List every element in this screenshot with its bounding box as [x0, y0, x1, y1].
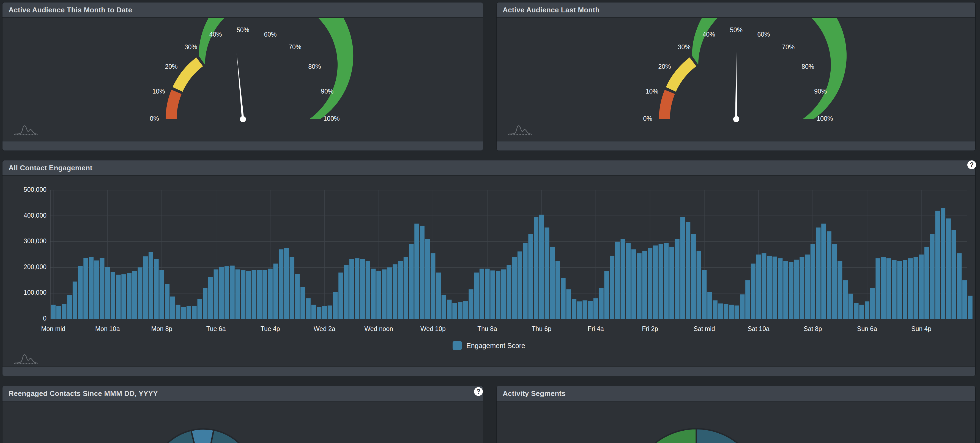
bar — [138, 268, 143, 319]
bar — [116, 275, 121, 319]
chart-legend: Engagement Score — [3, 341, 975, 350]
panel-footer — [3, 367, 975, 376]
bar-chart-area: 500,000400,000300,000200,000100,0000Mon … — [3, 176, 975, 367]
panel-header: Active Audience Last Month — [496, 3, 975, 18]
bar — [680, 217, 685, 319]
x-tick-label: Mon 10a — [95, 325, 120, 332]
bar — [632, 249, 636, 319]
bar — [333, 292, 337, 319]
bar — [252, 270, 256, 319]
bar — [577, 301, 582, 319]
bar — [702, 270, 706, 319]
bar — [458, 302, 463, 319]
bar — [176, 305, 180, 319]
gauge-chart-area: 0%10%20%30%40%50%60%70%80%90%100% — [496, 18, 975, 142]
help-icon[interactable]: ? — [967, 160, 976, 169]
bar — [387, 268, 392, 319]
bar — [105, 267, 110, 319]
x-tick-label: Fri 2p — [642, 325, 658, 332]
bar — [496, 271, 500, 319]
bar — [219, 267, 224, 319]
bar — [886, 258, 891, 319]
gauge-tick-label: 100% — [323, 115, 340, 122]
bar — [648, 248, 652, 319]
bar — [686, 222, 690, 319]
panel-title: Reengaged Contacts Since MMM DD, YYYY — [8, 389, 158, 398]
bar — [913, 257, 918, 319]
bar — [642, 251, 647, 319]
bar — [447, 300, 452, 319]
bar — [501, 269, 506, 319]
bar — [284, 248, 289, 319]
bar — [811, 244, 815, 319]
bar — [729, 305, 734, 319]
x-tick-label: Fri 4a — [588, 325, 604, 332]
bar — [241, 270, 245, 319]
panel-title: Active Audience Last Month — [503, 6, 600, 14]
bar — [127, 272, 132, 319]
bar — [946, 218, 951, 319]
panel-footer — [3, 141, 483, 150]
panel-title: All Contact Engagement — [8, 164, 92, 172]
gauge-tick-label: 50% — [237, 26, 249, 33]
reengaged-pie-chart — [3, 402, 484, 443]
bar — [186, 306, 191, 319]
dashboard-page: { "page": { "background": "#24282c", "pa… — [0, 0, 980, 443]
pie-slice — [631, 429, 696, 443]
bar — [312, 305, 316, 319]
bar — [593, 298, 598, 319]
x-tick-label: Wed noon — [364, 325, 393, 332]
bar — [295, 274, 300, 319]
bar — [235, 269, 240, 319]
bar — [583, 300, 587, 319]
bar — [675, 239, 679, 319]
x-tick-label: Sat mid — [694, 325, 715, 332]
pie-chart-area — [496, 402, 975, 443]
gauge-tick-label: 30% — [185, 43, 197, 51]
bar — [203, 288, 207, 319]
bar — [132, 271, 137, 319]
bar — [480, 269, 484, 319]
bar — [697, 251, 701, 319]
panel-activity-segments: Activity Segments — [496, 386, 975, 443]
gauge-tick-label: 80% — [308, 63, 321, 70]
bar — [230, 266, 235, 319]
bar — [843, 280, 848, 319]
panel-header: All Contact Engagement — [3, 160, 975, 176]
bar — [707, 292, 712, 319]
bar — [816, 228, 821, 319]
bar — [935, 211, 940, 319]
bar — [517, 252, 522, 319]
x-tick-label: Sat 10a — [748, 325, 769, 332]
watermark-logo-icon — [13, 123, 38, 136]
bar — [192, 306, 197, 319]
gauge-needle — [234, 52, 246, 123]
bar — [51, 305, 56, 319]
x-tick-label: Mon 8p — [151, 325, 172, 332]
bar — [159, 270, 164, 319]
gauge-chart: 0%10%20%30%40%50%60%70%80%90%100% — [496, 18, 976, 142]
bar — [62, 304, 66, 319]
bar — [827, 231, 831, 319]
bar — [376, 271, 381, 319]
bar — [924, 247, 929, 319]
bar — [615, 242, 620, 319]
y-tick-label: 200,000 — [24, 263, 46, 271]
bar — [197, 299, 202, 319]
help-icon[interactable]: ? — [474, 387, 483, 396]
x-tick-label: Sat 8p — [803, 325, 822, 332]
bar — [745, 280, 750, 319]
x-tick-label: Tue 6a — [206, 325, 226, 332]
bar — [534, 217, 538, 319]
bar — [382, 269, 387, 319]
bar — [344, 265, 348, 319]
legend-label: Engagement Score — [466, 342, 525, 350]
bar — [805, 255, 810, 319]
gauge-tick-label: 40% — [702, 31, 715, 38]
bar — [919, 255, 924, 319]
bar — [67, 295, 72, 319]
bar — [149, 252, 153, 319]
bar — [968, 296, 972, 319]
bar — [436, 272, 441, 319]
bar — [143, 257, 148, 319]
